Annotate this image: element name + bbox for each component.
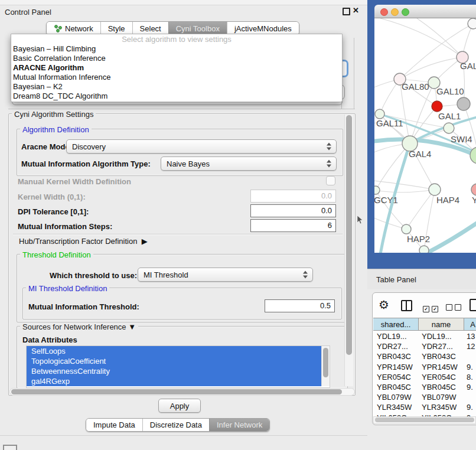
- column-header-name[interactable]: name: [419, 318, 464, 331]
- table-cell: 9.: [467, 362, 473, 372]
- node-label-gal4: GAL4: [409, 149, 431, 159]
- separator: [13, 234, 343, 235]
- tab-label: Impute Data: [93, 420, 135, 429]
- tab-infer-network[interactable]: Infer Network: [209, 419, 269, 431]
- new-table-icon[interactable]: [470, 299, 476, 311]
- settings-horizontal-scrollbar[interactable]: [9, 388, 355, 396]
- tab-impute-data[interactable]: Impute Data: [86, 419, 142, 431]
- table-panel-titlebar[interactable]: Table Panel: [367, 269, 476, 290]
- column-header-shared[interactable]: shared...: [373, 318, 419, 331]
- attribute-item-selfloops[interactable]: SelfLoops: [27, 346, 321, 356]
- algorithm-option-aracne-algorithm[interactable]: ARACNE Algorithm: [11, 63, 342, 73]
- network-node-hap2[interactable]: [402, 224, 411, 234]
- tab-discretize-data[interactable]: Discretize Data: [142, 419, 209, 431]
- network-node-gal11[interactable]: [375, 109, 384, 119]
- table-cell: YER054C: [422, 372, 456, 382]
- node-label-y: Y: [472, 195, 476, 205]
- gear-icon[interactable]: ⚙: [379, 298, 389, 312]
- close-window-icon[interactable]: [380, 8, 388, 16]
- table-cell: YBR043C: [377, 351, 411, 361]
- network-node[interactable]: [419, 246, 429, 253]
- manual-kernel-checkbox[interactable]: [326, 176, 335, 185]
- aracne-mode-label: Aracne Mode:: [21, 142, 72, 151]
- table-cell: YPR145W: [422, 362, 458, 372]
- hub-definition-toggle[interactable]: Hub/Transcription Factor Definition ▶: [19, 237, 148, 246]
- network-node[interactable]: [457, 97, 470, 110]
- table-row[interactable]: YLR345WYLR345W9.: [373, 402, 476, 412]
- mi-steps-field[interactable]: 6: [250, 219, 336, 232]
- panel-title: Control Panel: [5, 8, 51, 17]
- attributes-scrollbar[interactable]: [321, 346, 330, 386]
- tab-cyni-toolbox[interactable]: Cyni Toolbox: [168, 22, 227, 35]
- mouse-cursor: [357, 216, 364, 225]
- tab-jactivemnodules[interactable]: jActiveMNodules: [227, 22, 299, 35]
- tab-label: Infer Network: [217, 420, 262, 429]
- column-header-a[interactable]: A: [464, 318, 476, 331]
- algorithm-option-basic-correlation-inference[interactable]: Basic Correlation Inference: [11, 54, 342, 63]
- network-node[interactable]: [468, 18, 476, 29]
- network-node-gcy1[interactable]: [374, 186, 380, 194]
- network-node-swi4[interactable]: [444, 123, 454, 133]
- algorithm-option-bayesian-k2[interactable]: Bayesian – K2: [11, 82, 342, 92]
- deselect-all-columns-icon[interactable]: [446, 302, 464, 313]
- node-label-hap2: HAP2: [407, 234, 430, 244]
- aracne-mode-value: Discovery: [72, 142, 106, 151]
- table-row[interactable]: YDR27...YDR27...12: [373, 341, 476, 351]
- corner-grip[interactable]: [3, 445, 17, 450]
- table-horizontal-scrollbar[interactable]: [373, 416, 476, 424]
- table-cell: YPR145W: [377, 362, 413, 372]
- table-row[interactable]: YBL079WYBL079W: [373, 392, 476, 402]
- algorithm-options-list: Bayesian – Hill ClimbingBasic Correlatio…: [11, 44, 342, 101]
- panel-bottom-divider: [0, 435, 367, 436]
- network-node-y[interactable]: [471, 184, 476, 195]
- network-node-hap4[interactable]: [429, 184, 441, 195]
- table-row[interactable]: YER054CYER054C8.: [373, 372, 476, 382]
- float-panel-icon[interactable]: [343, 8, 350, 15]
- tab-label: Network: [65, 24, 93, 33]
- network-window-titlebar[interactable]: [374, 5, 476, 18]
- network-node-gal1[interactable]: [432, 101, 442, 112]
- data-attributes-list: SelfLoopsTopologicalCoefficientBetweenne…: [26, 345, 330, 388]
- tab-style[interactable]: Style: [100, 22, 132, 35]
- attribute-item-gal4rgexp[interactable]: gal4RGexp: [27, 376, 321, 386]
- mi-threshold-field[interactable]: 0.5: [265, 299, 335, 312]
- table-cell: 13: [467, 331, 475, 341]
- table-row[interactable]: YDL19...YDL19...13: [373, 331, 476, 341]
- table-row[interactable]: YBR043CYBR043C: [373, 351, 476, 361]
- sources-title[interactable]: Sources for Network Inference ▼: [20, 322, 138, 331]
- table-cell: YLR345W: [377, 402, 412, 412]
- attribute-item-topologicalcoefficient[interactable]: TopologicalCoefficient: [27, 356, 321, 366]
- zoom-window-icon[interactable]: [402, 8, 409, 16]
- dpi-tolerance-field[interactable]: 0.0: [250, 204, 336, 217]
- mi-threshold-label: Mutual Information Threshold:: [28, 302, 139, 311]
- split-columns-icon[interactable]: [401, 300, 412, 311]
- network-view[interactable]: GALGAL80GAL10GAL1GAL11SWI4GAL4GCY1HAP4YH…: [374, 18, 476, 253]
- table-cell: YER054C: [377, 372, 411, 382]
- table-cell: YDL19...: [422, 331, 452, 341]
- algorithm-option-mutual-information-inference[interactable]: Mutual Information Inference: [11, 73, 342, 82]
- minimize-window-icon[interactable]: [391, 8, 399, 16]
- attribute-item-betweennesscentrality[interactable]: BetweennessCentrality: [27, 366, 321, 376]
- aracne-mode-select[interactable]: Discovery: [66, 139, 337, 154]
- mi-type-select[interactable]: Naive Bayes: [161, 156, 337, 171]
- which-threshold-select[interactable]: MI Threshold: [138, 268, 313, 282]
- algorithm-option-dream8-dc-tdc-algorithm[interactable]: Dream8 DC_TDC Algorithm: [11, 92, 342, 101]
- apply-button[interactable]: Apply: [158, 399, 201, 413]
- table-row[interactable]: YPR145WYPR145W9.: [373, 362, 476, 372]
- settings-vertical-scrollbar[interactable]: [344, 115, 353, 386]
- mi-steps-label: Mutual Information Steps:: [18, 222, 112, 231]
- tab-label: Discretize Data: [150, 420, 202, 429]
- algorithm-prompt: Select algorithm to view settings: [11, 34, 342, 44]
- node-label-gal10: GAL10: [436, 86, 464, 96]
- tab-network[interactable]: Network: [47, 22, 100, 35]
- which-threshold-value: MI Threshold: [144, 270, 188, 279]
- close-panel-icon[interactable]: ✕: [353, 6, 359, 15]
- table-row[interactable]: YBR045CYBR045C9.: [373, 382, 476, 392]
- table-cell: 8.: [467, 372, 473, 382]
- select-all-columns-icon[interactable]: ✓✓: [423, 302, 441, 313]
- algorithm-option-bayesian-hill-climbing[interactable]: Bayesian – Hill Climbing: [11, 44, 342, 54]
- cyni-settings-title: Cyni Algorithm Settings: [12, 110, 96, 119]
- tab-select[interactable]: Select: [132, 22, 168, 35]
- kernel-width-field[interactable]: 0.0: [250, 190, 336, 203]
- table-cell: 12: [467, 341, 475, 351]
